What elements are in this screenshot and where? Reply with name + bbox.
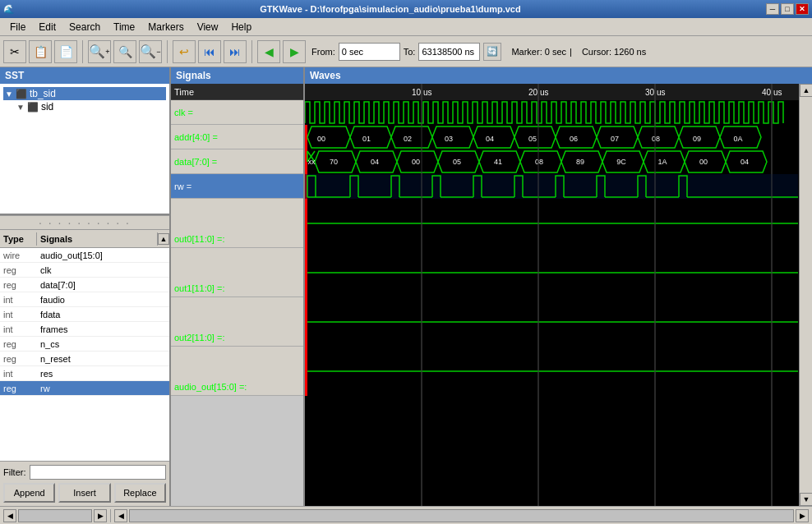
- begin-button[interactable]: ⏮: [198, 40, 221, 63]
- signals-list[interactable]: wire audio_out[15:0] reg clk reg data[7:…: [0, 248, 169, 461]
- waves-canvas[interactable]: 10 us 20 us 30 us 40 us: [305, 84, 799, 506]
- toolbar-sep1: [82, 40, 83, 63]
- svg-text:08: 08: [652, 135, 660, 143]
- app-icon: 🌊: [3, 4, 15, 15]
- signal-n-reset[interactable]: reg n_reset: [0, 352, 169, 366]
- divider-dots: · · · · · · · · · ·: [39, 216, 131, 229]
- bottom-sep: [110, 509, 111, 522]
- refresh-button[interactable]: 🔄: [483, 43, 501, 61]
- sig-row-out0[interactable]: out0[11:0] =:: [171, 199, 303, 248]
- sig-row-out1[interactable]: out1[11:0] =:: [171, 248, 303, 297]
- maximize-button[interactable]: □: [781, 3, 794, 15]
- svg-rect-51: [305, 248, 307, 297]
- menubar: File Edit Search Time Markers View Help: [0, 18, 812, 36]
- signal-rw[interactable]: reg rw: [0, 381, 169, 396]
- paste-button[interactable]: 📄: [54, 40, 77, 63]
- waveform-svg: 10 us 20 us 30 us 40 us: [305, 84, 799, 506]
- menu-file[interactable]: File: [3, 20, 32, 34]
- sig-type-n-cs: reg: [0, 339, 37, 349]
- filter-input[interactable]: [30, 465, 167, 480]
- menu-search[interactable]: Search: [62, 20, 107, 34]
- left-panels: SST ▼ ⬛ tb_sid ▼ ⬛ sid · · · · · · · · ·…: [0, 67, 171, 506]
- svg-rect-55: [305, 347, 307, 396]
- zoom-out-button[interactable]: 🔍−: [139, 40, 162, 63]
- time-row: Time: [171, 84, 303, 100]
- vscroll-up-button[interactable]: ▲: [800, 84, 812, 97]
- cut-button[interactable]: ✂: [3, 40, 26, 63]
- sig-type-clk: reg: [0, 265, 37, 275]
- svg-rect-0: [305, 84, 799, 100]
- signals-panel: Signals Time clk = addr[4:0] = data[7:0]…: [171, 67, 305, 506]
- next-marker-button[interactable]: ▶: [283, 40, 306, 63]
- cursor-info: Cursor: 1260 ns: [582, 47, 646, 57]
- tree-item-sid[interactable]: ▼ ⬛ sid: [3, 100, 166, 113]
- signals-header: Signals: [171, 67, 303, 84]
- signal-n-cs[interactable]: reg n_cs: [0, 337, 169, 352]
- zoom-in-button[interactable]: 🔍+: [88, 40, 111, 63]
- undo-button[interactable]: ↩: [173, 40, 196, 63]
- sig-type-n-reset: reg: [0, 354, 37, 364]
- signal-frames[interactable]: int frames: [0, 322, 169, 337]
- signal-res[interactable]: int res: [0, 366, 169, 381]
- sst-tree[interactable]: ▼ ⬛ tb_sid ▼ ⬛ sid: [0, 84, 169, 214]
- sig-hscroll-track[interactable]: [18, 509, 92, 522]
- sig-hscroll-right[interactable]: ▶: [94, 509, 107, 522]
- menu-time[interactable]: Time: [107, 20, 141, 34]
- filter-row: Filter:: [3, 465, 166, 480]
- zoom-fit-button[interactable]: 🔍: [113, 40, 136, 63]
- close-button[interactable]: ✕: [796, 3, 809, 15]
- tree-item-tb-sid[interactable]: ▼ ⬛ tb_sid: [3, 87, 166, 100]
- vertical-scrollbar[interactable]: ▲ ▼: [799, 84, 812, 506]
- vscroll-down-button[interactable]: ▼: [800, 493, 812, 506]
- svg-text:08: 08: [535, 158, 543, 166]
- svg-text:20 us: 20 us: [528, 88, 548, 97]
- wave-hscroll-left[interactable]: ◀: [114, 509, 127, 522]
- sig-type-frames: int: [0, 324, 37, 334]
- menu-markers[interactable]: Markers: [141, 20, 190, 34]
- wave-hscroll-right[interactable]: ▶: [796, 509, 809, 522]
- signals-title: Signals: [176, 70, 211, 81]
- signal-fdata[interactable]: int fdata: [0, 307, 169, 322]
- signal-data[interactable]: reg data[7:0]: [0, 278, 169, 292]
- sig-type-fdata: int: [0, 310, 37, 319]
- resize-divider[interactable]: · · · · · · · · · ·: [0, 215, 169, 230]
- menu-edit[interactable]: Edit: [32, 20, 62, 34]
- sig-row-clk[interactable]: clk =: [171, 100, 303, 125]
- titlebar-controls: ─ □ ✕: [766, 3, 809, 15]
- to-input[interactable]: [418, 43, 480, 61]
- sig-row-data[interactable]: data[7:0] =: [171, 149, 303, 174]
- minimize-button[interactable]: ─: [766, 3, 779, 15]
- replace-button[interactable]: Replace: [114, 483, 166, 503]
- sig-hscroll-left[interactable]: ◀: [3, 509, 16, 522]
- insert-button[interactable]: Insert: [58, 483, 110, 503]
- sig-row-addr[interactable]: addr[4:0] =: [171, 125, 303, 149]
- sig-name-res: res: [37, 369, 169, 379]
- end-button[interactable]: ⏭: [224, 40, 247, 63]
- from-input[interactable]: [339, 43, 400, 61]
- sig-row-audio-out[interactable]: audio_out[15:0] =:: [171, 347, 303, 396]
- sig-scroll-up[interactable]: ▲: [158, 233, 169, 245]
- append-button[interactable]: Append: [3, 483, 55, 503]
- sig-type-rw: reg: [0, 384, 37, 393]
- signal-clk[interactable]: reg clk: [0, 263, 169, 278]
- svg-text:41: 41: [494, 158, 502, 166]
- wave-hscroll-track[interactable]: [129, 509, 794, 522]
- copy-button[interactable]: 📋: [29, 40, 52, 63]
- signal-faudio[interactable]: int faudio: [0, 292, 169, 307]
- menu-view[interactable]: View: [191, 20, 225, 34]
- svg-rect-49: [305, 199, 307, 248]
- signal-audio-out[interactable]: wire audio_out[15:0]: [0, 248, 169, 263]
- module-icon: ⬛: [16, 89, 27, 99]
- vscroll-track[interactable]: [800, 97, 812, 493]
- svg-rect-9: [305, 125, 307, 149]
- menu-help[interactable]: Help: [224, 20, 258, 34]
- bottombar: ◀ ▶ ◀ ▶: [0, 506, 812, 524]
- waves-content: 10 us 20 us 30 us 40 us: [305, 84, 812, 506]
- sig-row-out2[interactable]: out2[11:0] =:: [171, 297, 303, 347]
- expand-icon: ▼: [5, 90, 13, 99]
- sig-row-rw[interactable]: rw =: [171, 174, 303, 199]
- svg-text:05: 05: [528, 135, 537, 143]
- filter-area: Filter: Append Insert Replace: [0, 461, 169, 506]
- prev-marker-button[interactable]: ◀: [257, 40, 280, 63]
- sig-name-audio-out: audio_out[15:0]: [37, 251, 169, 260]
